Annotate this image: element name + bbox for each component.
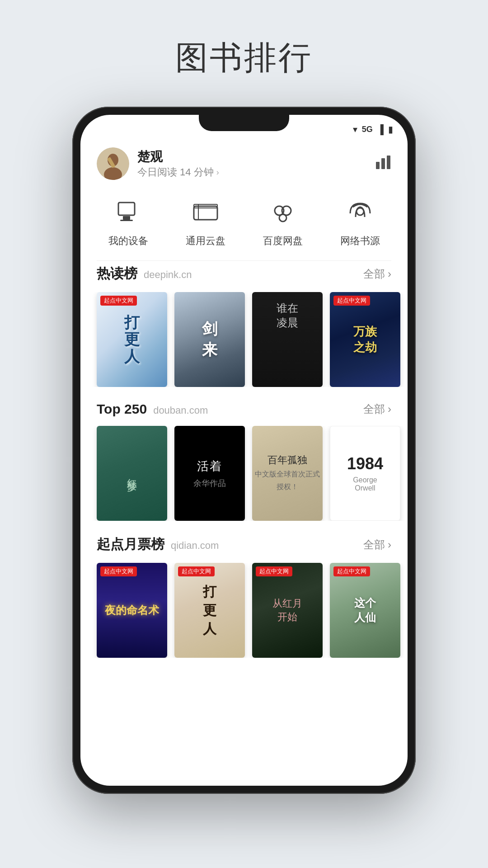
profile-reading-status[interactable]: 今日阅读 14 分钟 › (137, 165, 219, 179)
book-cover-top-4[interactable]: 1984 GeorgeOrwell (330, 426, 400, 521)
quick-item-device[interactable]: 我的设备 (108, 196, 148, 248)
hot-reads-books: 起点中文网 打更人 剑来 谁在凌晨 起点中文网 万族之劫 (80, 292, 408, 387)
svg-rect-9 (120, 220, 133, 221)
battery-icon: ▮ (388, 124, 393, 135)
qidian-title: 起点月票榜 (97, 535, 164, 554)
section-hot-reads: 热读榜 deepink.cn 全部 › 起点中文网 打更人 剑来 (80, 261, 408, 398)
hot-reads-more[interactable]: 全部 › (363, 267, 391, 281)
qidian-more[interactable]: 全部 › (363, 538, 391, 552)
phone-screen: ▾ 5G ▐ ▮ (80, 115, 408, 786)
chevron-right-icon: › (216, 168, 219, 177)
qidian-source: qidian.com (171, 540, 219, 552)
hot-reads-title: 热读榜 (97, 264, 137, 283)
svg-rect-5 (381, 158, 385, 169)
qidian-chevron-icon: › (388, 538, 391, 551)
book-cover-top-2[interactable]: 活着 余华作品 (174, 426, 245, 521)
wifi-icon: ▾ (353, 124, 357, 135)
quick-item-baidu[interactable]: 百度网盘 (263, 196, 303, 248)
quick-label-network: 网络书源 (340, 234, 380, 248)
section-qidian: 起点月票榜 qidian.com 全部 › 起点中文网 夜的命名术 起点中文网 (80, 532, 408, 669)
top250-chevron-icon: › (388, 403, 391, 415)
quick-item-cloud[interactable]: 通用云盘 (186, 196, 225, 248)
quick-access-grid: 我的设备 通用云盘 (80, 187, 408, 260)
top250-title: Top 250 (97, 401, 147, 417)
book-badge-qi2: 起点中文网 (178, 566, 215, 576)
book-cover-qi-3[interactable]: 起点中文网 从红月开始 (252, 563, 323, 658)
quick-label-baidu: 百度网盘 (263, 234, 303, 248)
book-badge-4: 起点中文网 (333, 296, 370, 306)
book-cover-hot-1[interactable]: 起点中文网 打更人 (97, 292, 167, 387)
svg-rect-6 (387, 156, 390, 169)
hot-reads-chevron-icon: › (388, 268, 391, 280)
book-cover-hot-3[interactable]: 谁在凌晨 (252, 292, 323, 387)
book-badge-qi4: 起点中文网 (333, 566, 370, 576)
quick-label-cloud: 通用云盘 (186, 234, 225, 248)
profile-name: 楚观 (137, 148, 219, 165)
top250-more[interactable]: 全部 › (363, 402, 391, 416)
signal-5g: 5G (362, 125, 373, 134)
book-badge-qi1: 起点中文网 (100, 566, 137, 576)
avatar[interactable] (97, 147, 129, 180)
top250-books: 红楼梦 活着 余华作品 百年孤独中文版全球首次正式授权！ 1984 George… (80, 426, 408, 521)
book-cover-qi-1[interactable]: 起点中文网 夜的命名术 (97, 563, 167, 658)
book-badge-qi3: 起点中文网 (256, 566, 292, 576)
book-badge-1: 起点中文网 (100, 296, 137, 306)
signal-bars-icon: ▐ (377, 124, 384, 135)
phone-frame: ▾ 5G ▐ ▮ (72, 107, 416, 794)
notch (199, 115, 289, 131)
book-cover-qi-2[interactable]: 起点中文网 打更人 (174, 563, 245, 658)
book-cover-top-1[interactable]: 红楼梦 (97, 426, 167, 521)
book-cover-hot-4[interactable]: 起点中文网 万族之劫 (330, 292, 400, 387)
svg-rect-8 (123, 216, 130, 220)
book-cover-qi-4[interactable]: 起点中文网 这个人仙 (330, 563, 400, 658)
profile-header: 楚观 今日阅读 14 分钟 › (80, 138, 408, 187)
quick-item-network[interactable]: 网络书源 (340, 196, 380, 248)
page-title-text: 图书排行 (175, 36, 313, 80)
qidian-books: 起点中文网 夜的命名术 起点中文网 打更人 起点中文网 从红月开始 起点中文网 … (80, 563, 408, 658)
svg-point-15 (279, 214, 286, 222)
stats-chart-icon[interactable] (375, 154, 391, 174)
svg-rect-4 (376, 162, 380, 169)
top250-source: douban.com (153, 405, 208, 416)
hot-reads-source: deepink.cn (144, 269, 192, 281)
svg-rect-7 (118, 203, 135, 215)
book-cover-top-3[interactable]: 百年孤独中文版全球首次正式授权！ (252, 426, 323, 521)
quick-label-device: 我的设备 (108, 234, 148, 248)
section-top250: Top 250 douban.com 全部 › 红楼梦 活着 余华作品 (80, 398, 408, 532)
book-cover-hot-2[interactable]: 剑来 (174, 292, 245, 387)
